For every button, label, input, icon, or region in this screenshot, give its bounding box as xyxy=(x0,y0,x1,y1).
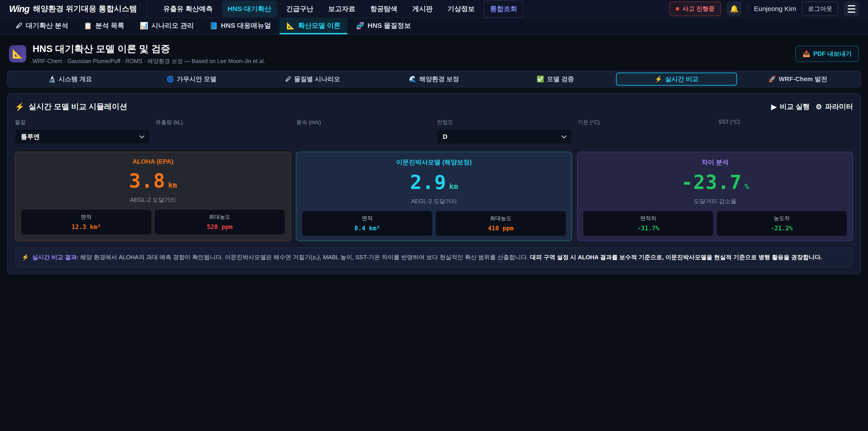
user-name: Eunjeong Kim xyxy=(754,5,796,13)
stat-area-diff: 면적차 -31.7% xyxy=(583,211,713,236)
card-unit: % xyxy=(745,182,749,191)
subtab-label: 대기확산 분석 xyxy=(26,21,68,30)
card-title: 차이 분석 xyxy=(583,158,847,166)
lightning-icon: ⚡ xyxy=(22,254,29,260)
tab-label: 모델 검증 xyxy=(547,75,574,83)
spill-volume-input[interactable] xyxy=(156,129,290,144)
card-value: 2.9km xyxy=(302,173,565,192)
tab-gaussian-model[interactable]: 🌀 가우시안 모델 xyxy=(131,72,252,86)
logo[interactable]: Wing 해양환경 위기대응 통합시스템 xyxy=(9,4,137,14)
page-titles: HNS 대기확산 모델 이론 및 검증 WRF-Chem · Gaussian … xyxy=(33,42,265,65)
nav-weather[interactable]: 기상정보 xyxy=(442,1,480,17)
air-temp-input[interactable] xyxy=(578,129,712,144)
nav-reports[interactable]: 보고자료 xyxy=(322,1,361,17)
run-comparison-button[interactable]: ▶ 비교 실행 xyxy=(771,102,810,112)
card-unit: km xyxy=(449,182,458,191)
microscope-icon: 🔬 xyxy=(49,75,56,83)
spiral-icon: 🌀 xyxy=(166,75,174,83)
tab-model-validation[interactable]: ✅ 모델 검증 xyxy=(495,72,616,86)
stat-value: 520 ppm xyxy=(157,223,283,230)
note-body: 해양 환경에서 ALOHA의 과대 예측 경향이 확인됩니다. 이문진박사모델은… xyxy=(79,254,530,260)
play-icon: ▶ xyxy=(771,102,777,111)
nav-integrated-search[interactable]: 통합조회 xyxy=(484,0,524,18)
panel-actions: ▶ 비교 실행 ⚙ 파라미터 xyxy=(771,102,853,112)
card-stats: 면적 12.3 km² 최대농도 520 ppm xyxy=(21,210,285,235)
substance-label: 물질 xyxy=(15,119,150,126)
panel-title: ⚡ 실시간 모델 비교 시뮬레이션 xyxy=(15,101,127,112)
section-tabs: 🔬 시스템 개요 🌀 가우시안 모델 🖊 물질별 시나리오 🌊 해양환경 보정 … xyxy=(7,71,861,88)
card-value: 3.8km xyxy=(21,171,285,190)
aloha-result-card: ALOHA (EPA) 3.8km AEGL-2 도달거리 면적 12.3 km… xyxy=(15,152,291,241)
pdf-export-button[interactable]: 📥 PDF 내보내기 xyxy=(796,45,859,62)
tab-system-overview[interactable]: 🔬 시스템 개요 xyxy=(9,72,131,86)
stat-label: 면적차 xyxy=(586,215,711,222)
stat-label: 최대농도 xyxy=(157,213,283,221)
logo-mark: Wing xyxy=(9,4,29,14)
field-sst: SST (°C) xyxy=(718,119,853,144)
stability-select[interactable]: D xyxy=(437,129,572,144)
tab-label: 실시간 비교 xyxy=(665,75,699,83)
tab-wrf-chem[interactable]: 🚀 WRF-Chem 발전 xyxy=(737,72,859,86)
sst-input[interactable] xyxy=(718,128,853,143)
card-subtitle: AEGL-2 도달거리 xyxy=(21,196,285,204)
difference-analysis-card: 차이 분석 -23.7% 도달거리 감소율 면적차 -31.7% 농도차 -21… xyxy=(577,152,853,241)
tab-marine-correction[interactable]: 🌊 해양환경 보정 xyxy=(373,72,495,86)
card-unit: km xyxy=(168,181,177,189)
stat-label: 최대농도 xyxy=(438,215,563,222)
substance-select[interactable]: 톨루엔 xyxy=(15,129,150,144)
subtab-label: HNS 물질정보 xyxy=(368,21,411,30)
tab-label: 가우시안 모델 xyxy=(177,75,217,83)
subtab-hns-substance-info[interactable]: 🧬 HNS 물질정보 xyxy=(349,18,418,34)
subtab-model-theory[interactable]: 📐 확산모델 이론 xyxy=(280,18,347,34)
incident-status-badge[interactable]: 사고 진행중 xyxy=(669,2,721,16)
logout-button[interactable]: 로그아웃 xyxy=(802,2,838,16)
lee-model-result-card: 이문진박사모델 (해양보정) 2.9km AEGL-2 도달거리 면적 8.4 … xyxy=(296,152,572,241)
subtab-atmos-analysis[interactable]: 🖊 대기확산 분석 xyxy=(9,18,75,34)
field-air-temp: 기온 (°C) xyxy=(578,119,712,144)
tab-realtime-comparison[interactable]: ⚡ 실시간 비교 xyxy=(616,72,737,86)
sub-nav: 🖊 대기확산 분석 📋 분석 목록 📊 시나리오 관리 📘 HNS 대응매뉴얼 … xyxy=(0,18,868,35)
nav-emergency-rescue[interactable]: 긴급구난 xyxy=(280,1,319,17)
stat-label: 면적 xyxy=(305,215,430,222)
pdf-export-label: PDF 내보내기 xyxy=(813,50,852,58)
spill-volume-label: 유출량 (kL) xyxy=(156,119,290,126)
field-wind-speed: 풍속 (m/s) xyxy=(296,119,431,144)
divider xyxy=(747,4,748,13)
panel-title-text: 실시간 모델 비교 시뮬레이션 xyxy=(29,101,127,112)
bell-icon: 🔔 xyxy=(730,4,739,13)
field-stability: 안정도 D xyxy=(437,119,572,144)
parameters-button[interactable]: ⚙ 파라미터 xyxy=(815,102,853,112)
field-spill-volume: 유출량 (kL) xyxy=(156,119,290,144)
download-icon: 📥 xyxy=(803,50,810,57)
comparison-result-note: ⚡실시간 비교 결과: 해양 환경에서 ALOHA의 과대 예측 경향이 확인됩… xyxy=(15,247,853,267)
simulation-form: 물질 톨루엔 유출량 (kL) 풍속 (m/s) 안정도 D xyxy=(14,119,854,144)
tab-substance-scenarios[interactable]: 🖊 물질별 시나리오 xyxy=(252,72,373,86)
notifications-button[interactable]: 🔔 xyxy=(727,1,742,16)
stat-max-concentration: 최대농도 520 ppm xyxy=(155,210,285,235)
sst-label: SST (°C) xyxy=(718,119,853,125)
panel-header: ⚡ 실시간 모델 비교 시뮬레이션 ▶ 비교 실행 ⚙ 파라미터 xyxy=(14,101,854,112)
page-header: 📐 HNS 대기확산 모델 이론 및 검증 WRF-Chem · Gaussia… xyxy=(0,35,868,70)
nav-board[interactable]: 게시판 xyxy=(406,1,438,17)
tab-label: WRF-Chem 발전 xyxy=(779,75,827,83)
subtab-label: 확산모델 이론 xyxy=(298,21,340,30)
nav-oil-spill[interactable]: 유출유 확산예측 xyxy=(157,1,218,17)
wind-speed-input[interactable] xyxy=(296,129,431,144)
nav-hns-atmos[interactable]: HNS·대기확산 xyxy=(222,1,277,17)
nav-aerial-search[interactable]: 항공탐색 xyxy=(364,1,403,17)
rocket-icon: 🚀 xyxy=(769,75,776,83)
stat-area: 면적 8.4 km² xyxy=(302,211,432,236)
tab-label: 시스템 개요 xyxy=(59,75,92,83)
stat-value: 410 ppm xyxy=(438,225,563,232)
tab-label: 해양환경 보정 xyxy=(419,75,459,83)
menu-button[interactable] xyxy=(844,1,859,16)
main-nav: 유출유 확산예측 HNS·대기확산 긴급구난 보고자료 항공탐색 게시판 기상정… xyxy=(157,0,524,18)
subtab-label: 시나리오 관리 xyxy=(151,21,194,30)
subtab-scenario-mgmt[interactable]: 📊 시나리오 관리 xyxy=(133,18,201,34)
card-stats: 면적 8.4 km² 최대농도 410 ppm xyxy=(302,211,565,236)
parameters-label: 파라미터 xyxy=(825,102,853,112)
stat-area: 면적 12.3 km² xyxy=(21,210,151,235)
subtab-analysis-list[interactable]: 📋 분석 목록 xyxy=(77,18,131,34)
pen-icon: 🖊 xyxy=(16,22,23,29)
subtab-hns-manual[interactable]: 📘 HNS 대응매뉴얼 xyxy=(203,18,278,34)
